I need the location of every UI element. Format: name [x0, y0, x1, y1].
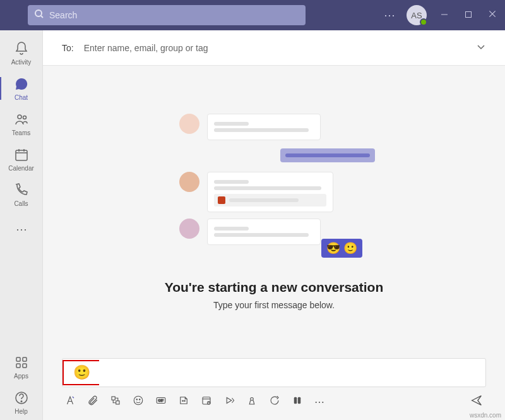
history-nav [6, 9, 15, 21]
svg-text:GIF: GIF [158, 399, 164, 402]
approvals-icon[interactable] [269, 395, 280, 409]
apps-icon [14, 355, 29, 371]
svg-point-3 [23, 116, 26, 119]
svg-point-2 [18, 115, 21, 119]
svg-rect-12 [116, 401, 119, 404]
sidebar-item-label: Apps [14, 373, 28, 380]
sidebar-item-label: Chat [15, 94, 28, 101]
search-box[interactable] [28, 5, 306, 25]
sidebar-item-calendar[interactable]: Calendar [0, 141, 43, 177]
search-icon [34, 9, 44, 21]
compose-toolbar: GIF ⋯ [62, 387, 486, 410]
emoji-icon[interactable] [133, 395, 144, 409]
to-label: To: [62, 43, 74, 53]
svg-point-18 [182, 400, 184, 402]
svg-rect-5 [16, 357, 20, 361]
title-bar: ⋯ AS [0, 0, 505, 30]
svg-point-14 [136, 399, 138, 400]
chevron-down-icon[interactable] [476, 42, 486, 54]
svg-rect-1 [466, 12, 472, 18]
gif-icon[interactable]: GIF [155, 395, 167, 409]
compose-area: 🙂 GIF ⋯ [43, 358, 505, 420]
svg-point-0 [35, 10, 42, 16]
svg-point-13 [134, 396, 143, 405]
bell-icon [14, 41, 29, 57]
sidebar-item-label: Calls [14, 200, 28, 207]
schedule-icon[interactable] [201, 395, 212, 409]
message-input[interactable]: 🙂 [62, 358, 486, 387]
sidebar-item-apps[interactable]: Apps [0, 349, 43, 385]
svg-rect-7 [16, 364, 20, 368]
watermark: wsxdn.com [470, 412, 501, 419]
chat-icon [14, 76, 29, 93]
svg-rect-6 [23, 357, 27, 361]
svg-rect-8 [23, 364, 27, 368]
empty-state-subline: Type your first message below. [213, 300, 335, 310]
svg-point-19 [184, 400, 186, 402]
maximize-button[interactable] [462, 9, 475, 21]
profile-avatar[interactable]: AS [407, 5, 427, 25]
stream-icon[interactable] [223, 395, 235, 409]
more-options-button[interactable]: ⋯ [384, 8, 395, 22]
format-icon[interactable] [64, 395, 76, 409]
svg-point-15 [140, 399, 141, 400]
phone-icon [14, 183, 29, 199]
emoji-highlight: 🙂 [62, 360, 99, 385]
help-icon [14, 390, 29, 407]
more-icon: ⋯ [16, 222, 27, 236]
teams-icon [14, 112, 29, 128]
praise-icon[interactable] [246, 395, 258, 409]
illustration-emoji-bubble: 😎 🙂 [321, 239, 362, 258]
svg-rect-4 [16, 150, 27, 160]
compose-header: To: [43, 30, 505, 66]
illustration-avatar [179, 114, 199, 134]
app-sidebar: Activity Chat Teams Calendar Calls ⋯ App… [0, 30, 43, 420]
sidebar-item-activity[interactable]: Activity [0, 35, 43, 71]
smile-emoji: 🙂 [73, 364, 90, 381]
attach-icon[interactable] [87, 395, 98, 409]
sidebar-item-teams[interactable]: Teams [0, 106, 43, 141]
sidebar-item-label: Calendar [8, 165, 34, 172]
empty-state: 😎 🙂 You're starting a new conversation T… [43, 66, 505, 358]
conversation-illustration: 😎 🙂 [179, 114, 369, 251]
svg-point-22 [251, 398, 254, 401]
empty-state-headline: You're starting a new conversation [165, 280, 384, 295]
more-actions-icon[interactable]: ⋯ [314, 396, 324, 408]
main-area: To: [43, 30, 505, 420]
svg-rect-24 [298, 397, 301, 404]
svg-rect-11 [112, 397, 115, 400]
sticker-icon[interactable] [178, 395, 189, 409]
loop-icon[interactable] [110, 395, 121, 409]
send-button[interactable] [470, 393, 484, 410]
svg-point-10 [21, 400, 22, 402]
sidebar-item-label: Activity [11, 59, 32, 66]
sidebar-item-more[interactable]: ⋯ [0, 212, 43, 248]
sidebar-item-help[interactable]: Help [0, 385, 43, 420]
illustration-reply [280, 148, 375, 162]
sidebar-item-calls[interactable]: Calls [0, 177, 43, 212]
close-button[interactable] [486, 9, 499, 21]
sidebar-item-label: Help [15, 408, 28, 415]
sidebar-item-chat[interactable]: Chat [0, 71, 43, 106]
presence-indicator [420, 18, 427, 26]
minimize-button[interactable] [438, 9, 451, 21]
avatar-initials: AS [411, 11, 422, 20]
calendar-icon [14, 147, 29, 164]
viva-icon[interactable] [292, 395, 303, 409]
sidebar-item-label: Teams [12, 129, 30, 136]
illustration-avatar [179, 219, 199, 239]
recipients-input[interactable] [84, 43, 476, 53]
search-input[interactable] [49, 10, 299, 20]
svg-rect-23 [294, 397, 297, 404]
illustration-avatar [179, 172, 199, 192]
